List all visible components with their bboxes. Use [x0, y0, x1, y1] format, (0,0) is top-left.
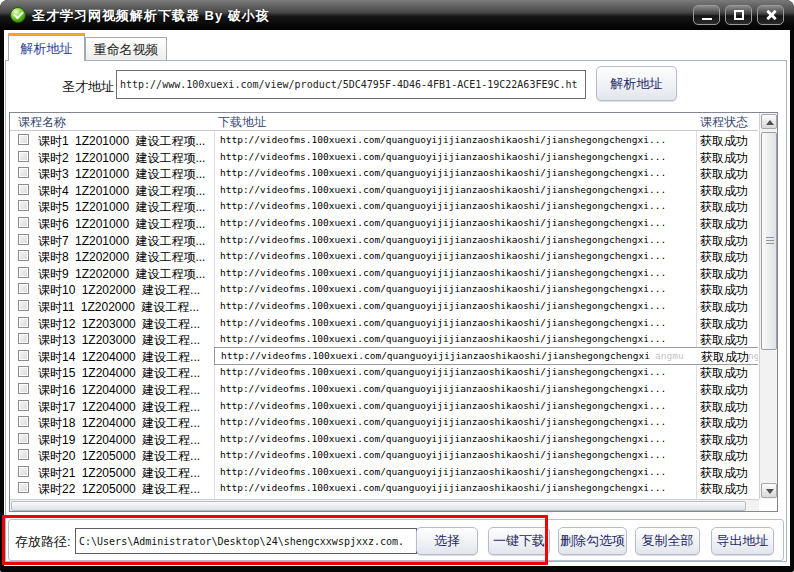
parse-address-button[interactable]: 解析地址 [596, 66, 677, 101]
tab-parse-address[interactable]: 解析地址 [8, 33, 85, 61]
row-checkbox[interactable] [18, 200, 29, 211]
minimize-icon [702, 18, 712, 20]
row-checkbox[interactable] [18, 333, 29, 344]
scroll-up-button[interactable] [761, 114, 777, 129]
title-bar: 圣才学习网视频解析下载器 By 破小孩 [0, 0, 794, 30]
table-row[interactable]: 课时2 1Z201000 建设工程项...http://videofms.100… [10, 149, 758, 166]
course-name-cell: 课时14 1Z204000 建设工程... [38, 349, 213, 366]
course-status-cell: 获取成功 [700, 266, 748, 283]
row-checkbox[interactable] [18, 366, 29, 377]
course-status-cell: 获取成功 [701, 349, 749, 365]
close-icon [766, 10, 776, 20]
table-row[interactable]: 课时4 1Z201000 建设工程项...http://videofms.100… [10, 182, 758, 199]
minimize-button[interactable] [693, 5, 720, 25]
row-checkbox[interactable] [18, 151, 29, 162]
save-path-input[interactable] [75, 528, 417, 554]
table-row[interactable]: 课时16 1Z204000 建设工程...http://videofms.100… [10, 381, 758, 398]
row-checkbox[interactable] [18, 433, 29, 444]
table-row[interactable]: 课时22 1Z205000 建设工程...http://videofms.100… [10, 480, 758, 497]
table-rows: 课时1 1Z201000 建设工程项...http://videofms.100… [10, 132, 758, 500]
bottom-bar: 存放路径: 选择 一键下载 删除勾选项 复制全部 导出地址 [8, 519, 784, 561]
column-header-course-name: 课程名称 [18, 114, 66, 131]
table-row[interactable]: 课时10 1Z202000 建设工程...http://videofms.100… [10, 281, 758, 298]
row-checkbox[interactable] [18, 300, 29, 311]
close-button[interactable] [757, 5, 784, 25]
row-checkbox[interactable] [18, 466, 29, 477]
course-status-cell: 获取成功 [700, 365, 748, 382]
row-checkbox[interactable] [18, 482, 29, 493]
course-name-cell: 课时10 1Z202000 建设工程... [38, 282, 213, 299]
course-name-cell: 课时2 1Z201000 建设工程项... [38, 150, 213, 167]
choose-path-button[interactable]: 选择 [416, 527, 478, 555]
course-status-cell: 获取成功 [700, 183, 748, 200]
course-status-cell: 获取成功 [700, 249, 748, 266]
horizontal-scroll-thumb[interactable] [11, 501, 746, 511]
row-checkbox[interactable] [18, 134, 29, 145]
maximize-button[interactable] [725, 5, 752, 25]
course-name-cell: 课时1 1Z201000 建设工程项... [38, 133, 213, 150]
row-checkbox[interactable] [18, 449, 29, 460]
course-name-cell: 课时3 1Z201000 建设工程项... [38, 166, 213, 183]
save-path-label: 存放路径: [15, 533, 71, 551]
course-name-cell: 课时20 1Z205000 建设工程... [38, 448, 213, 465]
copy-all-button[interactable]: 复制全部 [635, 527, 700, 555]
window-title: 圣才学习网视频解析下载器 By 破小孩 [32, 7, 270, 25]
course-name-cell: 课时19 1Z204000 建设工程... [38, 432, 213, 449]
course-name-cell: 课时21 1Z205000 建设工程... [38, 465, 213, 482]
scroll-down-button[interactable] [761, 483, 777, 498]
parse-address-panel: 圣才地址 解析地址 课程名称 下载地址 课程状态 课时1 1Z201000 建设… [5, 60, 787, 562]
vertical-scroll-thumb[interactable] [761, 132, 777, 350]
course-name-cell: 课时15 1Z204000 建设工程... [38, 365, 213, 382]
tab-rename-video[interactable]: 重命名视频 [85, 37, 167, 61]
table-row[interactable]: 课时1 1Z201000 建设工程项...http://videofms.100… [10, 132, 758, 149]
download-url-cell: http://videofms.100xuexi.com/quanguoyiji… [220, 217, 695, 228]
course-status-cell: 获取成功 [700, 481, 748, 498]
source-url-input[interactable] [116, 70, 586, 99]
row-checkbox[interactable] [18, 234, 29, 245]
table-row[interactable]: 课时19 1Z204000 建设工程...http://videofms.100… [10, 431, 758, 448]
one-click-download-button[interactable]: 一键下载 [488, 527, 550, 555]
row-checkbox[interactable] [18, 167, 29, 178]
table-row[interactable]: 课时21 1Z205000 建设工程...http://videofms.100… [10, 464, 758, 481]
table-row[interactable]: 课时17 1Z204000 建设工程...http://videofms.100… [10, 398, 758, 415]
table-row[interactable]: 课时8 1Z202000 建设工程项...http://videofms.100… [10, 248, 758, 265]
course-name-cell: 课时5 1Z201000 建设工程项... [38, 199, 213, 216]
download-url-cell: http://videofms.100xuexi.com/quanguoyiji… [220, 416, 695, 427]
row-checkbox[interactable] [18, 416, 29, 427]
row-checkbox[interactable] [18, 383, 29, 394]
table-row[interactable]: 课时18 1Z204000 建设工程...http://videofms.100… [10, 414, 758, 431]
course-status-cell: 获取成功 [700, 216, 748, 233]
window-controls [693, 5, 784, 25]
course-status-cell: 获取成功 [700, 399, 748, 416]
row-checkbox[interactable] [18, 317, 29, 328]
row-checkbox[interactable] [18, 217, 29, 228]
table-row[interactable]: 课时7 1Z201000 建设工程项...http://videofms.100… [10, 232, 758, 249]
table-row[interactable]: 课时12 1Z203000 建设工程...http://videofms.100… [10, 315, 758, 332]
download-url-cell: http://videofms.100xuexi.com/quanguoyiji… [220, 200, 695, 211]
vertical-scrollbar[interactable] [759, 113, 777, 499]
table-row[interactable]: 课时20 1Z205000 建设工程...http://videofms.100… [10, 447, 758, 464]
row-checkbox[interactable] [18, 283, 29, 294]
course-name-cell: 课时6 1Z201000 建设工程项... [38, 216, 213, 233]
table-row[interactable]: 课时13 1Z203000 建设工程...http://videofms.100… [10, 331, 758, 348]
table-row[interactable]: 课时9 1Z202000 建设工程项...http://videofms.100… [10, 265, 758, 282]
table-row[interactable]: 课时11 1Z202000 建设工程...http://videofms.100… [10, 298, 758, 315]
delete-checked-button[interactable]: 删除勾选项 [558, 527, 627, 555]
column-header-course-status: 课程状态 [700, 114, 748, 131]
export-addresses-button[interactable]: 导出地址 [711, 527, 774, 555]
table-row[interactable]: 课时6 1Z201000 建设工程项...http://videofms.100… [10, 215, 758, 232]
arrow-up-icon [766, 120, 774, 125]
row-checkbox[interactable] [18, 350, 29, 361]
table-row[interactable]: 课时3 1Z201000 建设工程项...http://videofms.100… [10, 165, 758, 182]
download-url-cell: http://videofms.100xuexi.com/quanguoyiji… [220, 482, 695, 493]
row-checkbox[interactable] [18, 184, 29, 195]
row-checkbox[interactable] [18, 267, 29, 278]
horizontal-scrollbar[interactable] [10, 499, 759, 512]
maximize-icon [734, 10, 744, 20]
download-url-cell: http://videofms.100xuexi.com/quanguoyiji… [220, 333, 695, 344]
table-row[interactable]: 课时5 1Z201000 建设工程项...http://videofms.100… [10, 198, 758, 215]
row-checkbox[interactable] [18, 250, 29, 261]
window-content: 解析地址 重命名视频 圣才地址 解析地址 课程名称 下载地址 课程状态 课时1 … [4, 30, 790, 566]
row-checkbox[interactable] [18, 400, 29, 411]
table-row[interactable]: 课时15 1Z204000 建设工程...http://videofms.100… [10, 364, 758, 381]
